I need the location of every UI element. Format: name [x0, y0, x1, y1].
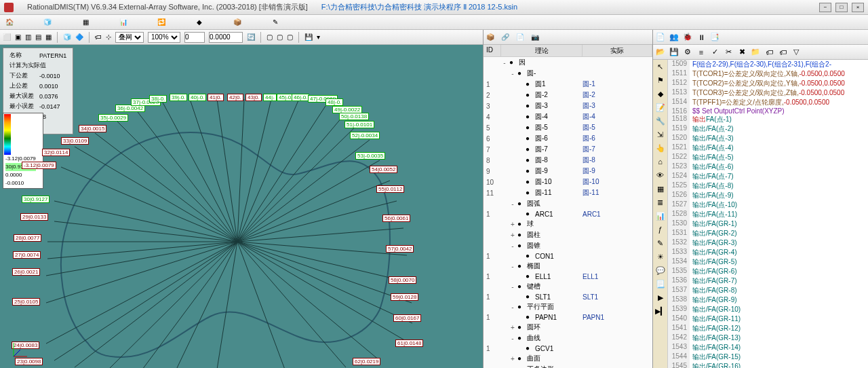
measurement-label[interactable]: 52|-0.0034: [350, 132, 380, 139]
measurement-label[interactable]: 32|0.0114: [42, 149, 70, 156]
script-line[interactable]: 1520输出/FA(点-3): [668, 134, 868, 143]
tree-row[interactable]: 1●PAPN1PAPN1: [484, 312, 652, 322]
tree-row[interactable]: 8●圆-8圆-8: [484, 155, 652, 166]
tree-row[interactable]: 1●CON1: [484, 251, 652, 261]
view-3d-icon[interactable]: 🧊: [63, 33, 71, 41]
tree-row[interactable]: +●球: [484, 219, 652, 229]
sb-touch-icon[interactable]: 👆: [655, 144, 666, 155]
num-input-2[interactable]: [209, 32, 243, 43]
sb-stop-icon[interactable]: ▶▎: [655, 307, 666, 318]
overlay-pct-dropdown[interactable]: 100%: [148, 32, 180, 43]
tree-toggle-icon[interactable]: -: [509, 303, 516, 311]
measurement-label[interactable]: 25|0.0105: [12, 298, 40, 306]
script-filter-icon[interactable]: ▽: [791, 48, 801, 57]
script-line[interactable]: 1544输出/FA(GR-15): [668, 352, 868, 362]
script-save-icon[interactable]: 💾: [669, 48, 679, 57]
tree-row[interactable]: 1●SLT1SLT1: [484, 292, 652, 301]
script-line[interactable]: 1543输出/FA(GR-14): [668, 343, 868, 352]
tree-row[interactable]: -●圆-: [484, 68, 652, 79]
measurement-label[interactable]: 38|-0.: [149, 95, 167, 103]
tree-row[interactable]: -●键槽: [484, 281, 652, 292]
save-view-icon[interactable]: 💾: [304, 33, 313, 41]
tree-link-icon[interactable]: 🔗: [501, 33, 509, 41]
tree-toggle-icon[interactable]: -: [509, 283, 516, 291]
tree-toggle-icon[interactable]: +: [509, 355, 516, 363]
script-line[interactable]: 1537输出/FA(GR-8): [668, 286, 868, 295]
script-line[interactable]: 1536输出/FA(GR-7): [668, 276, 868, 286]
view-tag-icon[interactable]: 🏷: [95, 33, 102, 41]
measurement-label[interactable]: 26|0.0021: [12, 268, 40, 276]
script-line[interactable]: 1539输出/FA(GR-10): [668, 305, 868, 314]
measurement-label[interactable]: 53|-0.0035: [355, 152, 385, 160]
script-cut-icon[interactable]: ✂: [724, 48, 733, 57]
tree-row[interactable]: 3●圆-3圆-3: [484, 100, 652, 111]
tree-row[interactable]: +●圆环: [484, 322, 652, 333]
sb-note-icon[interactable]: 📝: [655, 103, 666, 114]
tree-cam-icon[interactable]: 📷: [531, 33, 539, 41]
measurement-label[interactable]: 41|0.: [208, 94, 224, 101]
tree-doc-icon[interactable]: 📄: [516, 33, 524, 41]
close-button[interactable]: ×: [852, 3, 864, 12]
measurement-label[interactable]: -3.12|0.0079: [22, 162, 56, 169]
sb-eye-icon[interactable]: 👁: [655, 171, 666, 182]
toolbar-home-icon[interactable]: 🏠: [4, 17, 15, 28]
tree-row[interactable]: 1●ELL1ELL1: [484, 272, 652, 281]
script-line[interactable]: 1518输出FA(点-1): [668, 115, 868, 124]
minimize-button[interactable]: −: [819, 3, 831, 12]
script-layer-icon[interactable]: 📑: [710, 33, 719, 42]
tree-toggle-icon[interactable]: +: [509, 324, 516, 331]
sb-chart-icon[interactable]: 📊: [655, 212, 666, 223]
tree-row[interactable]: 6●圆-6圆-6: [484, 133, 652, 144]
script-line[interactable]: 1524输出/FA(点-7): [668, 172, 868, 181]
script-line[interactable]: 1538输出/FA(GR-9): [668, 295, 868, 305]
tree-row[interactable]: -●正多边形: [484, 364, 652, 368]
toolbar-grid-icon[interactable]: ▦: [80, 17, 91, 28]
script-line[interactable]: 1540输出/FA(GR-11): [668, 314, 868, 324]
tree-row[interactable]: 1●GCV1: [484, 344, 652, 353]
script-check-icon[interactable]: ✓: [710, 48, 719, 57]
toolbar-chart-icon[interactable]: 📊: [118, 17, 129, 28]
tree-row[interactable]: -●圆弧: [484, 198, 652, 209]
sb-doc-icon[interactable]: 📃: [655, 280, 666, 291]
measurement-label[interactable]: 55|0.0112: [376, 185, 404, 193]
measurement-label[interactable]: 34|0.0015: [79, 125, 106, 132]
measurement-label[interactable]: 51|-0.0101: [344, 121, 374, 128]
tree-toggle-icon[interactable]: +: [509, 221, 516, 228]
tree-row[interactable]: 7●圆-7圆-7: [484, 144, 652, 155]
measurement-label[interactable]: 48|-0.: [326, 98, 343, 106]
refresh-icon[interactable]: 🔄: [247, 33, 255, 41]
script-exit-icon[interactable]: ✖: [737, 48, 747, 57]
script-tag2-icon[interactable]: 🏷: [778, 48, 787, 57]
sb-edit-icon[interactable]: ✎: [655, 239, 666, 250]
script-settings-icon[interactable]: ⚙: [683, 48, 692, 57]
tree-row[interactable]: 1●圆1圆-1: [484, 79, 652, 90]
toolbar-edit-icon[interactable]: ✎: [270, 17, 281, 28]
view-surface-icon[interactable]: 🔷: [75, 33, 83, 41]
tree-row[interactable]: -●曲线: [484, 333, 652, 344]
dropdown-icon[interactable]: ▾: [317, 33, 320, 41]
script-bug-icon[interactable]: 🐞: [683, 33, 692, 42]
sb-com-icon[interactable]: 💬: [655, 266, 666, 277]
script-line[interactable]: 1527输出/FA(点-10): [668, 200, 868, 210]
toolbar-box-icon[interactable]: 📦: [232, 17, 243, 28]
measurement-label[interactable]: 27|0.0074: [13, 251, 41, 259]
toolbar-cube-icon[interactable]: 🧊: [42, 17, 53, 28]
tree-toggle-icon[interactable]: -: [509, 70, 516, 77]
measurement-label[interactable]: 50|-0.0138: [339, 113, 369, 120]
script-line[interactable]: 1525输出/FA(点-8): [668, 181, 868, 191]
sb-seq-icon[interactable]: ≣: [655, 198, 666, 209]
sb-grid-icon[interactable]: ▦: [655, 185, 666, 196]
view-grid3-icon[interactable]: ▦: [45, 33, 52, 41]
measurement-label[interactable]: 57|0.0042: [386, 245, 414, 253]
measurement-label[interactable]: 33|0.0109: [61, 137, 89, 145]
script-line[interactable]: 1514T(TPFF1)=公差定义/点轮廓度,-0.0500,0.0500: [668, 98, 868, 107]
script-menu-icon[interactable]: ≡: [696, 48, 706, 57]
sb-func-icon[interactable]: ƒ: [655, 225, 666, 236]
tree-row[interactable]: -●平行平面: [484, 301, 652, 312]
script-line[interactable]: 1541输出/FA(GR-12): [668, 324, 868, 333]
script-pause-icon[interactable]: ⏸: [696, 33, 706, 42]
view-axes-icon[interactable]: ⊹: [106, 33, 111, 41]
tree-toggle-icon[interactable]: -: [509, 263, 516, 270]
sb-arrow-icon[interactable]: ↖: [655, 62, 666, 73]
tree-row[interactable]: +●曲面: [484, 353, 652, 364]
